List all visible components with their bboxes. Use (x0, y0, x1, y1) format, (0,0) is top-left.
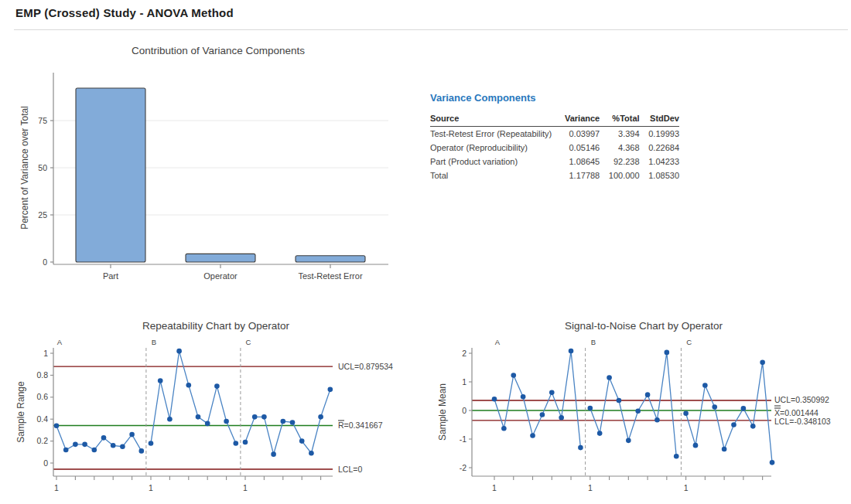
y-tick-label: 0.4 (36, 414, 48, 424)
variance-components-title: Variance Components (430, 92, 685, 104)
cell-variance: 0.03997 (555, 127, 600, 141)
data-point (299, 438, 305, 444)
table-header-row: Source Variance %Total StdDev (430, 112, 679, 127)
data-point (635, 408, 641, 414)
cell-pct-total: 4.368 (600, 141, 639, 155)
report-page: EMP (Crossed) Study - ANOVA Method Contr… (0, 0, 851, 504)
data-point (167, 417, 173, 422)
repeatability-control-chart: Repeatability Chart by OperatorSample Ra… (12, 315, 433, 504)
y-axis-label: Sample Mean (437, 383, 448, 441)
y-tick-label: 0 (462, 406, 467, 415)
y-tick-label: 0 (43, 257, 47, 267)
data-point (261, 414, 267, 420)
data-point (176, 349, 182, 354)
y-axis-label: Percent of Variance over Total (19, 106, 30, 230)
data-point (654, 417, 660, 423)
data-point (683, 410, 689, 416)
cell-stddev: 1.08530 (640, 169, 679, 182)
data-point (521, 394, 526, 400)
data-point (492, 397, 497, 402)
data-point (234, 441, 239, 446)
data-point (578, 445, 583, 451)
title-divider (14, 29, 848, 30)
col-stddev: StdDev (640, 112, 679, 127)
data-point (693, 443, 699, 448)
group-label: B (152, 338, 156, 346)
data-point (569, 349, 574, 354)
data-point (760, 360, 765, 366)
y-tick-label: 0.6 (36, 392, 48, 401)
data-point (626, 438, 631, 444)
data-point (92, 448, 97, 453)
cell-stddev: 0.19993 (640, 127, 679, 141)
lcl-label: LCL=0 (338, 465, 362, 474)
data-point (540, 412, 545, 417)
cell-source: Test-Retest Error (Repeatability) (430, 127, 555, 141)
data-point (290, 420, 296, 425)
data-point (750, 424, 756, 429)
y-tick-label: 50 (38, 163, 47, 172)
y-tick-label: 25 (38, 210, 47, 220)
data-point (549, 390, 555, 395)
data-point (501, 426, 507, 431)
y-tick-label: 0 (43, 458, 48, 468)
data-point (731, 422, 737, 427)
series-line (494, 351, 580, 448)
ucl-label: UCL=0.350992 (774, 395, 829, 404)
cell-variance: 1.08645 (555, 155, 600, 169)
data-point (73, 442, 78, 448)
center-label: R=0.341667 (338, 421, 383, 430)
cell-source: Total (430, 169, 555, 182)
y-tick-label: 0.2 (36, 436, 48, 445)
y-tick-label: 75 (38, 116, 47, 125)
data-point (530, 433, 535, 438)
variance-components-table: Source Variance %Total StdDev Test-Retes… (430, 112, 679, 182)
series-line (686, 363, 772, 462)
col-source: Source (430, 112, 555, 127)
x-group-start-label: 1 (684, 483, 689, 492)
data-point (674, 454, 679, 459)
category-label: Part (103, 271, 118, 281)
x-group-start-label: 1 (492, 483, 497, 492)
data-point (559, 415, 564, 421)
data-point (196, 414, 201, 420)
chart-title: Signal-to-Noise Chart by Operator (565, 320, 723, 332)
page-title: EMP (Crossed) Study - ANOVA Method (15, 6, 234, 19)
category-label: Operator (203, 271, 238, 281)
bar (76, 88, 145, 262)
data-point (770, 460, 775, 465)
y-axis-label: Sample Range (15, 381, 26, 443)
variance-components-panel: Variance Components Source Variance %Tot… (430, 92, 685, 182)
chart-title: Contribution of Variance Components (132, 45, 305, 56)
data-point (702, 383, 708, 388)
y-tick-label: 1 (43, 349, 48, 358)
series-line (151, 351, 236, 443)
data-point (205, 421, 210, 427)
data-point (243, 440, 248, 445)
data-point (722, 447, 727, 452)
data-point (149, 441, 154, 446)
data-point (309, 451, 314, 456)
data-point (318, 414, 323, 420)
data-point (281, 419, 286, 424)
bar (296, 256, 365, 262)
y-tick-label: 1 (462, 377, 467, 387)
col-pct-total: %Total (600, 112, 639, 127)
cell-variance: 0.05146 (555, 141, 600, 155)
cell-pct-total: 92.238 (600, 155, 639, 169)
y-tick-label: 2 (462, 349, 467, 358)
data-point (712, 404, 717, 410)
data-point (588, 406, 593, 411)
cell-variance: 1.17788 (555, 169, 600, 182)
data-point (54, 423, 60, 428)
group-label: B (591, 338, 596, 346)
data-point (158, 378, 163, 383)
y-tick-label: 0.8 (36, 370, 48, 380)
variance-contribution-bar-chart: Contribution of Variance ComponentsPerce… (15, 39, 429, 294)
data-point (111, 443, 116, 448)
data-point (741, 406, 747, 411)
bar (186, 254, 255, 262)
data-point (214, 383, 220, 389)
series-line (590, 352, 676, 456)
cell-stddev: 1.04233 (640, 155, 679, 169)
